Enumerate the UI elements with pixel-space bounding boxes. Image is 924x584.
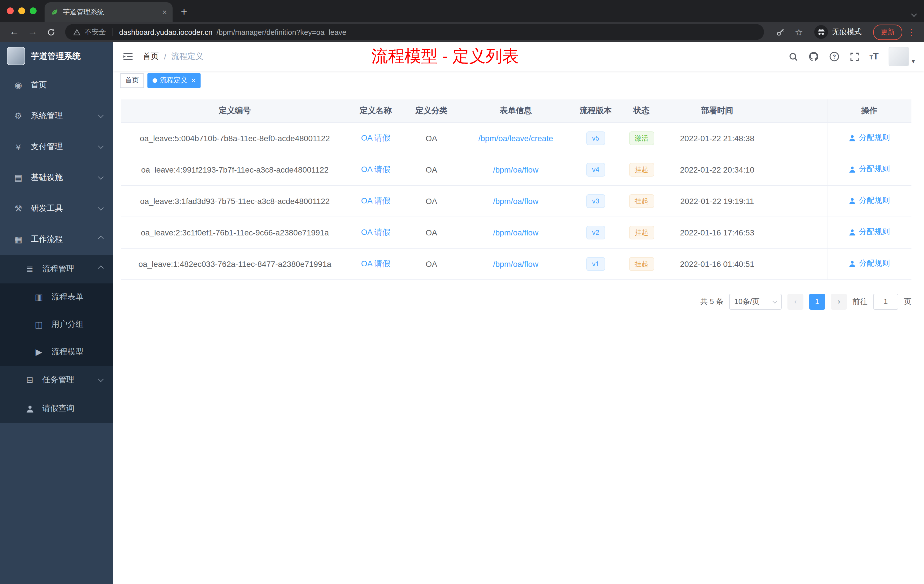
reload-button[interactable] <box>43 25 58 40</box>
user-menu[interactable]: ▾ <box>889 47 915 66</box>
password-key-icon[interactable] <box>773 25 788 40</box>
browser-menu-icon[interactable]: ⋮ <box>906 26 917 38</box>
tab-search-chevron-icon[interactable] <box>912 8 916 18</box>
form-info-link[interactable]: /bpm/oa/flow <box>493 228 539 237</box>
column-header: 操作 <box>827 99 911 122</box>
deploy-time: 2022-01-22 20:34:10 <box>663 154 771 185</box>
bookmark-star-icon[interactable]: ☆ <box>792 25 806 40</box>
help-icon[interactable]: ? <box>829 51 839 62</box>
back-button[interactable]: ← <box>7 26 22 38</box>
definition-name-link[interactable]: OA 请假 <box>361 133 391 142</box>
sidebar-item-workflow[interactable]: ▦工作流程 <box>0 224 113 255</box>
incognito-badge: 无痕模式 <box>814 25 862 39</box>
sidebar-item-label: 支付管理 <box>31 142 63 152</box>
breadcrumb-home[interactable]: 首页 <box>143 51 159 62</box>
definition-name-link[interactable]: OA 请假 <box>361 227 391 236</box>
assign-rule-link[interactable]: 分配规则 <box>849 164 890 175</box>
form-info-link[interactable]: /bpm/oa/flow <box>493 259 539 268</box>
search-icon[interactable] <box>788 52 798 61</box>
form-info-link[interactable]: /bpm/oa/flow <box>493 196 539 205</box>
github-icon[interactable] <box>808 51 818 62</box>
tab-strip: 芋道管理系统 × + <box>0 0 924 22</box>
sidebar-item-payment-management[interactable]: ¥支付管理 <box>0 132 113 162</box>
assign-rule-link[interactable]: 分配规则 <box>849 196 890 206</box>
sidebar-menu: ◉首页⚙系统管理¥支付管理▤基础设施⚒研发工具▦工作流程≣流程管理▥流程表单◫用… <box>0 70 113 423</box>
pagination: 共 5 条 10条/页 ‹ 1 › 前往 页 <box>121 294 911 309</box>
url-bar[interactable]: 不安全 dashboard.yudao.iocoder.cn /bpm/mana… <box>65 24 764 40</box>
update-button[interactable]: 更新 <box>873 24 902 40</box>
maximize-window-button[interactable] <box>30 7 36 14</box>
goto-page-input[interactable] <box>873 294 898 309</box>
chevron-up-icon <box>98 236 104 241</box>
sidebar-item-task-management[interactable]: ⊟任务管理 <box>0 366 113 394</box>
gap-cell <box>771 154 827 185</box>
definition-name-link[interactable]: OA 请假 <box>361 196 391 205</box>
status-tag: 激活 <box>629 131 654 145</box>
sidebar: 芋道管理系统 ◉首页⚙系统管理¥支付管理▤基础设施⚒研发工具▦工作流程≣流程管理… <box>0 42 113 584</box>
tag-process-definition[interactable]: 流程定义 × <box>147 73 201 88</box>
sidebar-item-label: 流程表单 <box>51 292 83 302</box>
definition-name-link[interactable]: OA 请假 <box>361 164 391 173</box>
close-window-button[interactable] <box>7 7 14 14</box>
table-body: oa_leave:5:004b710b-7b8a-11ec-8ef0-acde4… <box>121 122 911 279</box>
main-panel: 首页 / 流程定义 流程模型 - 定义列表 ? <box>113 42 924 584</box>
breadcrumb-current: 流程定义 <box>172 51 203 62</box>
tag-home[interactable]: 首页 <box>120 73 144 88</box>
hamburger-icon[interactable] <box>122 50 135 63</box>
version-tag: v1 <box>586 257 605 271</box>
column-header: 定义分类 <box>403 99 460 122</box>
page-size-select[interactable]: 10条/页 <box>729 294 782 309</box>
current-page-button[interactable]: 1 <box>809 294 825 309</box>
sidebar-item-label: 流程模型 <box>51 347 83 357</box>
definition-table: 定义编号定义名称定义分类表单信息流程版本状态部署时间操作 oa_leave:5:… <box>121 99 911 280</box>
sidebar-item-label: 工作流程 <box>31 234 63 244</box>
sidebar-logo[interactable]: 芋道管理系统 <box>0 42 113 70</box>
warning-icon <box>73 28 81 36</box>
definition-id: oa_leave:2:3c1f0ef1-76b1-11ec-9c66-a2380… <box>121 216 348 248</box>
forward-button[interactable]: → <box>25 26 40 38</box>
form-info-link[interactable]: /bpm/oa/flow <box>493 165 539 174</box>
tag-close-icon[interactable]: × <box>191 76 195 84</box>
column-header: 表单信息 <box>460 99 571 122</box>
definition-id: oa_leave:3:1fad3d93-7b75-11ec-a3c8-acde4… <box>121 185 348 216</box>
tab-close-icon[interactable]: × <box>162 7 167 16</box>
gap-column <box>771 99 827 122</box>
tab-title: 芋道管理系统 <box>63 7 158 17</box>
sidebar-item-infrastructure[interactable]: ▤基础设施 <box>0 162 113 193</box>
sidebar-item-process-form[interactable]: ▥流程表单 <box>0 284 113 311</box>
sidebar-item-process-model[interactable]: ▶流程模型 <box>0 338 113 366</box>
chevron-down-icon <box>772 299 777 304</box>
browser-tab[interactable]: 芋道管理系统 × <box>45 2 173 22</box>
sidebar-item-leave-query[interactable]: 请假查询 <box>0 394 113 423</box>
assign-rule-link[interactable]: 分配规则 <box>849 133 890 143</box>
version-tag: v5 <box>586 131 605 145</box>
url-path: /bpm/manager/definition?key=oa_leave <box>216 28 346 36</box>
navbar-actions: ? TT ▾ <box>788 47 915 66</box>
chevron-down-icon <box>98 376 104 382</box>
font-size-icon[interactable]: TT <box>870 51 879 62</box>
logo-title: 芋道管理系统 <box>31 51 81 61</box>
minimize-window-button[interactable] <box>18 7 25 14</box>
sidebar-item-home[interactable]: ◉首页 <box>0 70 113 101</box>
sidebar-item-process-management[interactable]: ≣流程管理 <box>0 255 113 284</box>
new-tab-button[interactable]: + <box>176 4 192 20</box>
sidebar-item-user-group[interactable]: ◫用户分组 <box>0 311 113 338</box>
sidebar-item-system-management[interactable]: ⚙系统管理 <box>0 101 113 132</box>
assign-rule-link[interactable]: 分配规则 <box>849 259 890 269</box>
tools-icon: ⚒ <box>12 203 25 214</box>
prev-page-button[interactable]: ‹ <box>787 294 804 309</box>
process-management-icon: ≣ <box>23 264 36 274</box>
table-row: oa_leave:1:482ec033-762a-11ec-8477-a2380… <box>121 248 911 279</box>
gap-cell <box>771 216 827 248</box>
fullscreen-icon[interactable] <box>850 52 859 61</box>
assign-rule-link[interactable]: 分配规则 <box>849 227 890 238</box>
table-row: oa_leave:4:991f2193-7b7f-11ec-a3c8-acde4… <box>121 154 911 185</box>
sidebar-item-dev-tools[interactable]: ⚒研发工具 <box>0 193 113 224</box>
gap-cell <box>771 122 827 154</box>
next-page-button[interactable]: › <box>831 294 847 309</box>
definition-name-link[interactable]: OA 请假 <box>361 259 391 268</box>
definition-category: OA <box>403 248 460 279</box>
security-label[interactable]: 不安全 <box>84 27 106 37</box>
app-navbar: 首页 / 流程定义 流程模型 - 定义列表 ? <box>113 42 924 71</box>
form-info-link[interactable]: /bpm/oa/leave/create <box>478 134 553 143</box>
